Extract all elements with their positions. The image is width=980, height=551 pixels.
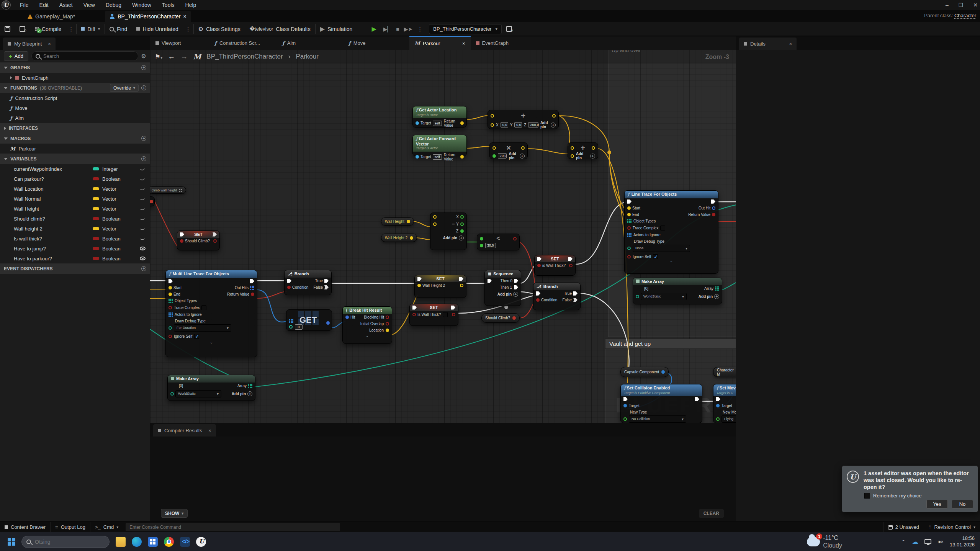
- node-less-than[interactable]: < 30,0: [477, 234, 520, 250]
- pin[interactable]: [150, 200, 153, 203]
- y-value-field[interactable]: 0,0: [514, 122, 522, 128]
- section-event-dispatchers[interactable]: EVENT DISPATCHERS +: [0, 263, 150, 274]
- menu-file[interactable]: File: [15, 0, 34, 10]
- then-0-pin[interactable]: [514, 279, 518, 283]
- start-button[interactable]: [8, 538, 15, 546]
- node-set-should-climb[interactable]: SET Should Climb?: [177, 231, 220, 250]
- target-pin[interactable]: [623, 404, 627, 407]
- exec-in-pin[interactable]: [169, 279, 173, 283]
- value-pin[interactable]: [417, 284, 421, 287]
- return-value-pin[interactable]: [712, 213, 715, 216]
- exec-in-pin[interactable]: [716, 397, 720, 401]
- tab-aim[interactable]: ƒAim: [277, 36, 301, 50]
- add-pin-button[interactable]: Add pin+: [232, 391, 252, 396]
- input-pin[interactable]: [491, 114, 494, 118]
- add-pin-button[interactable]: Add pin+: [699, 294, 719, 299]
- x-output-pin[interactable]: [460, 215, 464, 219]
- value-pin[interactable]: [537, 264, 541, 267]
- eye-open-icon[interactable]: [140, 257, 146, 260]
- blueprint-graph-canvas[interactable]: Up and over Vault and get up Zoom -3 BLU…: [150, 50, 736, 423]
- node-multi-line-trace-for-objects[interactable]: ƒMulti Line Trace For Objects Start Out …: [165, 270, 257, 357]
- play-options-icon[interactable]: ⋮: [415, 26, 425, 33]
- simulation-button[interactable]: ▶Simulation: [316, 22, 357, 36]
- blueprint-search-input[interactable]: [31, 51, 138, 61]
- eye-closed-icon[interactable]: [140, 178, 145, 180]
- actors-to-ignore-pin[interactable]: [627, 233, 632, 237]
- breadcrumb-current[interactable]: Parkour: [296, 53, 319, 60]
- trace-complex-checkbox[interactable]: [660, 226, 665, 231]
- variable-row[interactable]: Should climb?Boolean: [0, 214, 150, 224]
- node-vector-add-1[interactable]: + X0,0 Y0,0 Z200,0 Add pin+: [488, 110, 559, 129]
- window-close-button[interactable]: ✕: [973, 2, 978, 8]
- node-set-wall-height-2[interactable]: SET Wall Height 2: [414, 275, 466, 298]
- menu-debug[interactable]: Debug: [100, 0, 127, 10]
- taskbar-clock[interactable]: 18:5613.01.2026: [950, 535, 975, 548]
- true-exec-pin[interactable]: [324, 279, 329, 283]
- output-pin[interactable]: [569, 264, 573, 267]
- revision-control-button[interactable]: ⑂Revision Control▾: [924, 522, 980, 532]
- add-pin-button[interactable]: Add pin+: [540, 121, 556, 129]
- trace-complex-pin[interactable]: [169, 306, 172, 309]
- details-close-icon[interactable]: ×: [789, 41, 792, 47]
- add-graph-icon[interactable]: +: [141, 65, 146, 70]
- exec-in-pin[interactable]: [536, 291, 540, 296]
- initial-overlap-pin[interactable]: [386, 322, 389, 325]
- class-settings-button[interactable]: ⚙Class Settings: [194, 22, 245, 36]
- edge-browser-icon[interactable]: [132, 537, 142, 547]
- actors-to-ignore-pin[interactable]: [169, 312, 173, 317]
- node-multiply[interactable]: × 70,0 Add pin+: [489, 142, 528, 159]
- collapse-chevron-icon[interactable]: ⌄: [166, 340, 257, 344]
- location-pin[interactable]: [386, 329, 389, 332]
- node-vector-subtract[interactable]: X −Y Z Add pin+: [430, 213, 467, 250]
- node-set-movement-mode[interactable]: ƒ Set MovTarget is C Target New Mov Flyi…: [713, 384, 736, 423]
- target-pin[interactable]: [716, 404, 720, 407]
- input-pin[interactable]: [480, 244, 483, 247]
- exec-in-pin[interactable]: [627, 199, 632, 204]
- value-checkbox[interactable]: [443, 312, 448, 317]
- start-pin[interactable]: [627, 206, 631, 210]
- end-pin[interactable]: [169, 293, 172, 296]
- output-pin[interactable]: [452, 313, 455, 316]
- taskbar-weather-widget[interactable]: 1 -11°CCloudy: [807, 532, 842, 551]
- eject-button[interactable]: ▶➤: [402, 22, 415, 36]
- exec-out-pin[interactable]: [213, 232, 217, 237]
- volume-muted-icon[interactable]: 🕩×: [937, 539, 944, 545]
- input-pin[interactable]: [433, 215, 437, 219]
- add-event-dispatcher-icon[interactable]: +: [141, 266, 146, 271]
- play-button[interactable]: ▶: [367, 22, 381, 36]
- ignore-self-pin[interactable]: [627, 255, 631, 258]
- variable-row[interactable]: Wall height 2Vector: [0, 224, 150, 234]
- compile-button[interactable]: Compile: [30, 22, 66, 36]
- toast-yes-button[interactable]: Yes: [926, 500, 948, 508]
- variable-row[interactable]: Have to parkour?Boolean: [0, 253, 150, 263]
- add-pin-button[interactable]: Add pin+: [576, 152, 595, 160]
- out-hit-pin[interactable]: [712, 206, 715, 210]
- exec-out-pin[interactable]: [695, 397, 699, 401]
- out-hits-pin[interactable]: [250, 286, 254, 290]
- exec-out-pin[interactable]: [250, 279, 254, 283]
- blocking-hit-pin[interactable]: [386, 316, 389, 319]
- draw-debug-type-pin[interactable]: [627, 247, 631, 250]
- add-button[interactable]: +Add: [4, 51, 28, 61]
- variable-row[interactable]: currentWaypointIndexInteger: [0, 164, 150, 174]
- class-defaults-button[interactable]: �televisorClass Defaults: [245, 22, 315, 36]
- exec-in-pin[interactable]: [488, 279, 492, 283]
- breadcrumb-root[interactable]: BP_ThirdPersonCharacter: [206, 53, 283, 60]
- node-set-collision-enabled[interactable]: ƒ Set Collision EnabledTarget is Primiti…: [620, 384, 702, 423]
- variable-row[interactable]: Wall NormalVector: [0, 194, 150, 204]
- exec-in-pin[interactable]: [417, 277, 422, 281]
- save-button[interactable]: [0, 22, 15, 36]
- node-branch-2[interactable]: ⎇Branch True ConditionFalse: [533, 283, 581, 310]
- eye-open-icon[interactable]: [140, 247, 146, 250]
- target-pin[interactable]: [416, 121, 419, 125]
- value-pin[interactable]: [180, 239, 183, 243]
- show-filter-button[interactable]: SHOW▾: [161, 509, 188, 518]
- hide-unrelated-options-icon[interactable]: ⋮: [183, 26, 193, 33]
- node-break-hit-result[interactable]: ⟨Break Hit Result Hit Blocking Hit Initi…: [342, 306, 392, 344]
- node-get-actor-forward-vector[interactable]: ƒ Get Actor Forward VectorTarget is Acto…: [412, 135, 467, 156]
- add-pin-button[interactable]: Add pin+: [509, 152, 525, 160]
- variable-row[interactable]: Wall LocationVector: [0, 184, 150, 194]
- node-array-get[interactable]: GET 0: [286, 309, 332, 331]
- variable-row[interactable]: Is wall thick?Boolean: [0, 234, 150, 244]
- section-functions[interactable]: FUNCTIONS (38 OVERRIDABLE) Override▾ +: [0, 83, 150, 93]
